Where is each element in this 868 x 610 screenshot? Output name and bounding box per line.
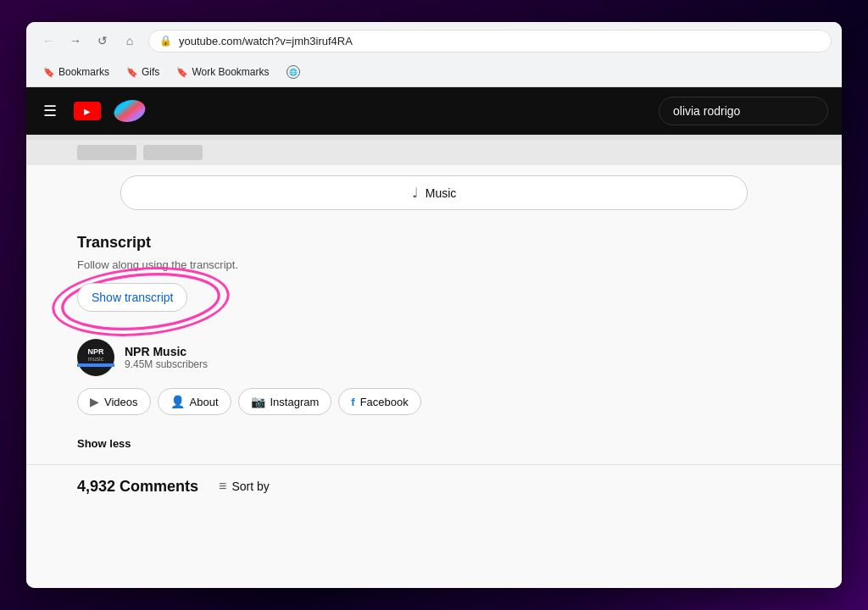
hamburger-menu-button[interactable]: ☰ [40, 98, 60, 124]
sort-icon: ≡ [219, 479, 226, 494]
lock-icon: 🔒 [159, 35, 172, 47]
youtube-header: ☰ [26, 87, 842, 135]
browser-chrome: ← → ↺ ⌂ 🔒 youtube.com/watch?v=jmh3iruf4R… [26, 22, 842, 87]
nav-buttons: ← → ↺ ⌂ [36, 29, 142, 53]
channel-subscribers: 9.45M subscribers [125, 358, 791, 370]
about-icon: 👤 [170, 395, 185, 408]
url-text: youtube.com/watch?v=jmh3iruf4RA [179, 35, 353, 47]
channel-actions: ▶ Videos 👤 About 📷 Instagram f Facebook [77, 388, 791, 415]
youtube-logo [74, 102, 101, 120]
music-note-icon: ♩ [412, 185, 419, 201]
npr-bar [77, 363, 114, 367]
globe-icon: 🌐 [287, 65, 300, 79]
show-less-button[interactable]: Show less [77, 437, 131, 450]
bookmark-item-globe[interactable]: 🌐 [280, 63, 307, 81]
channel-facebook-button[interactable]: f Facebook [338, 388, 420, 415]
youtube-icon [74, 102, 101, 120]
reload-button[interactable]: ↺ [91, 29, 114, 53]
bookmark-gifs-label: Gifs [142, 66, 159, 78]
bookmark-item-gifs[interactable]: 🔖 Gifs [120, 64, 166, 80]
sort-by-button[interactable]: ≡ Sort by [212, 475, 276, 497]
show-less-section: Show less [26, 429, 842, 464]
facebook-icon: f [351, 396, 354, 408]
browser-toolbar: ← → ↺ ⌂ 🔒 youtube.com/watch?v=jmh3iruf4R… [26, 22, 842, 59]
instagram-label: Instagram [270, 396, 320, 408]
thumbnail-bar [26, 140, 842, 165]
bookmark-work-label: Work Bookmarks [192, 66, 269, 78]
channel-about-button[interactable]: 👤 About [158, 388, 231, 415]
transcript-section: Transcript Follow along using the transc… [26, 220, 842, 325]
sort-by-label: Sort by [231, 480, 269, 493]
facebook-label: Facebook [360, 396, 409, 408]
videos-label: Videos [104, 396, 138, 408]
thumb-placeholder-2 [143, 145, 203, 160]
back-button[interactable]: ← [36, 29, 60, 53]
music-section: ♩ Music [26, 165, 842, 220]
about-label: About [190, 396, 219, 408]
bookmark-icon-work: 🔖 [176, 67, 188, 78]
bookmark-icon-gifs: 🔖 [126, 67, 138, 78]
channel-row: NPR music NPR Music 9.45M subscribers [77, 339, 791, 376]
show-transcript-label: Show transcript [92, 291, 173, 304]
transcript-subtitle: Follow along using the transcript. [77, 258, 791, 271]
channel-info: NPR Music 9.45M subscribers [125, 345, 791, 370]
home-button[interactable]: ⌂ [118, 29, 142, 53]
bookmark-item-bookmarks[interactable]: 🔖 Bookmarks [36, 64, 116, 80]
music-pill-label: Music [426, 186, 457, 200]
transcript-button-wrapper: Show transcript [77, 283, 187, 312]
main-content: ♩ Music Transcript Follow along using th… [26, 135, 842, 588]
bookmarks-bar: 🔖 Bookmarks 🔖 Gifs 🔖 Work Bookmarks 🌐 [26, 59, 842, 86]
bookmark-icon: 🔖 [43, 67, 55, 78]
comments-section: 4,932 Comments ≡ Sort by [26, 464, 842, 507]
bookmark-item-work[interactable]: 🔖 Work Bookmarks [170, 64, 275, 80]
forward-button[interactable]: → [64, 29, 87, 53]
channel-instagram-button[interactable]: 📷 Instagram [238, 388, 332, 415]
npr-text: NPR [87, 348, 103, 356]
npr-music-text: music [88, 356, 103, 362]
channel-section: NPR music NPR Music 9.45M subscribers ▶ … [26, 325, 842, 429]
channel-avatar: NPR music [77, 339, 114, 376]
music-pill-button[interactable]: ♩ Music [120, 175, 748, 210]
browser-window: ← → ↺ ⌂ 🔒 youtube.com/watch?v=jmh3iruf4R… [26, 22, 842, 588]
show-transcript-button[interactable]: Show transcript [77, 283, 187, 312]
browser-logo-icon [112, 100, 148, 122]
channel-videos-button[interactable]: ▶ Videos [77, 388, 151, 415]
thumb-placeholder-1 [77, 145, 136, 160]
search-input[interactable] [659, 97, 828, 125]
channel-name: NPR Music [125, 345, 791, 358]
videos-icon: ▶ [90, 395, 99, 408]
instagram-icon: 📷 [251, 395, 265, 408]
bookmark-label: Bookmarks [58, 66, 109, 78]
address-bar[interactable]: 🔒 youtube.com/watch?v=jmh3iruf4RA [148, 30, 832, 53]
comments-count: 4,932 Comments [77, 478, 198, 496]
transcript-title: Transcript [77, 234, 791, 252]
